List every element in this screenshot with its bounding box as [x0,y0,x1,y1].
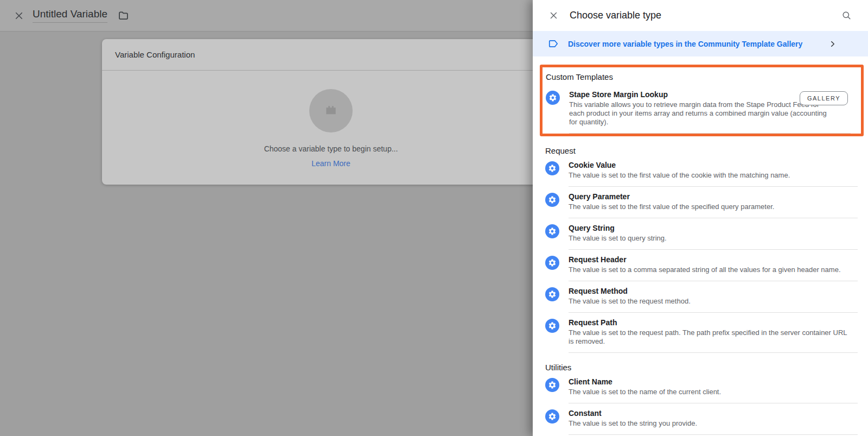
item-description: The value is set to the first value of t… [569,171,853,180]
variable-type-item-query-parameter[interactable]: Query Parameter The value is set to the … [533,187,868,218]
community-gallery-banner[interactable]: Discover more variable types in the Comm… [533,31,868,56]
item-title: Query Parameter [569,192,858,201]
panel-header: Choose variable type [533,0,868,31]
item-description: The value is set to the request method. [569,297,853,306]
item-title: Request Header [569,255,858,264]
item-title: Cookie Value [569,160,858,170]
item-description: This variable allows you to retrieve mar… [569,100,828,127]
gear-icon [545,193,559,207]
variable-type-item-constant[interactable]: Constant The value is set to the string … [533,403,868,435]
choose-variable-type-panel: Choose variable type Discover more varia… [533,0,868,436]
folder-icon[interactable] [115,8,131,24]
request-item-list: Cookie Value The value is set to the fir… [533,155,868,353]
card-title: Variable Configuration [102,39,560,71]
workspace-overlay: Untitled Variable Variable Configuration… [0,0,533,436]
variable-name-field[interactable]: Untitled Variable [33,8,107,23]
gear-icon [545,409,559,424]
brick-icon [309,89,353,132]
gear-icon [545,256,559,270]
variable-type-item-cookie-value[interactable]: Cookie Value The value is set to the fir… [533,155,868,187]
item-description: The value is set to the first value of t… [569,203,853,211]
item-title: Request Path [569,318,858,327]
variable-type-item-request-path[interactable]: Request Path The value is set to the req… [533,313,868,353]
panel-title: Choose variable type [570,10,839,21]
gear-icon [545,287,559,301]
gear-icon [545,161,559,175]
item-description: The value is set to the string you provi… [569,419,853,428]
item-title: Client Name [569,377,858,387]
variable-configuration-card: Variable Configuration Choose a variable… [102,39,560,185]
item-title: Request Method [569,286,858,296]
workspace-topbar: Untitled Variable [0,0,533,31]
item-description: The value is set to the request path. Th… [569,328,853,346]
variable-type-item-client-name[interactable]: Client Name The value is set to the name… [533,372,868,403]
item-title: Query String [569,223,858,233]
close-icon[interactable] [547,9,560,22]
utilities-item-list: Client Name The value is set to the name… [533,372,868,435]
section-heading-utilities: Utilities [545,363,868,372]
close-icon[interactable] [10,7,28,25]
gear-icon [545,319,559,333]
gear-icon [546,91,560,105]
chevron-right-icon [829,40,837,48]
variable-type-item-request-header[interactable]: Request Header The value is set to a com… [533,250,868,281]
gear-icon [545,224,559,238]
variable-type-item-request-method[interactable]: Request Method The value is set to the r… [533,281,868,313]
variable-type-item-stape-store-margin-lookup[interactable]: Stape Store Margin Lookup This variable … [542,85,861,134]
banner-text: Discover more variable types in the Comm… [568,40,802,48]
gallery-button[interactable]: GALLERY [800,91,848,105]
learn-more-link[interactable]: Learn More [311,159,350,168]
item-description: The value is set to a comma separated st… [569,266,853,274]
variable-type-item-query-string[interactable]: Query String The value is set to query s… [533,218,868,250]
section-heading-request: Request [545,146,868,155]
item-description: The value is set to query string. [569,234,853,243]
tag-icon [548,38,559,49]
gear-icon [545,378,559,392]
custom-templates-highlight-box: Custom Templates Stape Store Margin Look… [540,65,864,136]
item-title: Constant [569,408,858,418]
item-description: The value is set to the name of the curr… [569,388,853,396]
search-icon[interactable] [839,8,854,23]
card-placeholder-text: Choose a variable type to begin setup... [264,144,398,153]
section-heading-custom-templates: Custom Templates [542,72,861,81]
